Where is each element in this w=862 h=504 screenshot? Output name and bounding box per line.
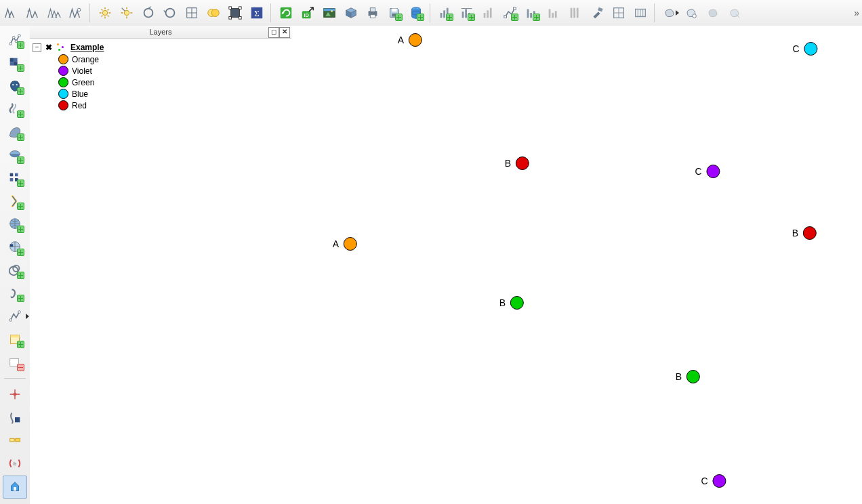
shape-a-icon[interactable]	[659, 3, 680, 23]
map-canvas[interactable]: ACBCBABBC	[291, 26, 862, 504]
expand-collapse-button[interactable]: −	[33, 43, 41, 52]
svg-rect-21	[370, 8, 375, 12]
labeling-tool-icon[interactable]: b	[3, 453, 26, 474]
add-postgis-layer-icon[interactable]	[3, 75, 26, 97]
map-feature[interactable]: A	[398, 33, 422, 47]
remove-layer-icon[interactable]	[3, 352, 26, 373]
filter-c-icon[interactable]	[44, 3, 64, 23]
vertex-tool-icon[interactable]	[3, 383, 26, 405]
dock-panel-button[interactable]: ◻	[268, 27, 279, 38]
circle-tool-2-icon[interactable]	[160, 3, 180, 23]
new-geopackage-layer-icon[interactable]	[3, 329, 26, 350]
save-layer-icon[interactable]	[384, 3, 405, 23]
feature-label: B	[505, 158, 511, 169]
svg-text:Σ: Σ	[254, 9, 259, 18]
chart-4-icon[interactable]	[522, 3, 542, 23]
add-mesh-layer-icon[interactable]	[3, 121, 26, 143]
shape-c-icon[interactable]	[703, 3, 723, 23]
svg-point-54	[18, 35, 21, 37]
map-feature[interactable]: A	[333, 237, 357, 251]
print-icon[interactable]	[363, 3, 383, 23]
map-feature[interactable]: B	[792, 226, 817, 240]
box-blue-icon[interactable]	[341, 3, 361, 23]
close-panel-button[interactable]: ✕	[279, 27, 290, 38]
map-feature[interactable]: C	[701, 474, 726, 488]
new-vector-layer-icon[interactable]	[3, 306, 26, 327]
feature-point-icon	[510, 296, 524, 310]
chart-line-icon[interactable]	[500, 3, 520, 23]
filter-b-icon[interactable]	[22, 3, 43, 23]
sun-2-icon[interactable]	[117, 3, 137, 23]
svg-point-0	[77, 8, 81, 12]
layers-tree[interactable]: − ✖ Example OrangeVioletGreenBlueRed	[30, 39, 291, 504]
filter-d-icon[interactable]	[66, 3, 86, 23]
add-spatialite-layer-icon[interactable]	[3, 98, 26, 120]
shape-d-icon[interactable]	[724, 3, 745, 23]
legend-row[interactable]: Blue	[58, 88, 289, 100]
feature-point-icon	[803, 226, 817, 240]
add-vector-layer-icon[interactable]	[3, 29, 26, 51]
legend-row[interactable]: Violet	[58, 65, 289, 77]
tool-b-icon[interactable]	[630, 3, 651, 23]
chart-1-icon[interactable]	[435, 3, 455, 23]
svg-rect-34	[487, 10, 489, 18]
svg-rect-41	[549, 9, 551, 18]
image-layer-icon[interactable]	[319, 3, 340, 23]
svg-rect-55	[10, 58, 14, 62]
refresh-green-icon[interactable]	[276, 3, 296, 23]
add-wcs-layer-icon[interactable]	[3, 236, 26, 258]
legend-row[interactable]: Orange	[58, 54, 289, 65]
add-virtual-layer-icon[interactable]	[3, 259, 26, 281]
svg-rect-7	[231, 9, 240, 18]
box-handles-icon[interactable]	[225, 3, 245, 23]
topology-tool-icon[interactable]	[3, 429, 26, 451]
layer-root-row[interactable]: − ✖ Example	[33, 43, 289, 52]
layer-visibility-checkbox[interactable]: ✖	[44, 43, 53, 52]
legend-swatch	[58, 66, 68, 76]
add-delimited-text-layer-icon[interactable]	[3, 282, 26, 304]
add-wfs-layer-icon[interactable]	[3, 213, 26, 235]
add-raster-layer-icon[interactable]	[3, 52, 26, 74]
legend-row[interactable]: Green	[58, 77, 289, 88]
add-expression-layer-icon[interactable]	[3, 190, 26, 212]
filter-a-icon[interactable]	[1, 3, 21, 23]
layer-name[interactable]: Example	[70, 43, 104, 52]
legend-row[interactable]: Red	[58, 100, 289, 111]
id-arrow-icon[interactable]: ID	[297, 3, 318, 23]
feature-label: B	[499, 297, 506, 308]
svg-rect-42	[552, 13, 554, 18]
map-feature[interactable]: B	[676, 370, 700, 383]
chart-3-icon[interactable]	[478, 3, 499, 23]
database-icon[interactable]	[406, 3, 426, 23]
svg-rect-36	[504, 16, 507, 18]
grid-icon[interactable]	[182, 3, 202, 23]
svg-rect-81	[14, 487, 16, 491]
chart-5-icon[interactable]	[543, 3, 564, 23]
svg-point-60	[16, 84, 18, 85]
map-feature[interactable]: B	[505, 156, 529, 170]
sun-1-icon[interactable]	[95, 3, 115, 23]
map-feature[interactable]: B	[499, 296, 524, 310]
hammer-icon[interactable]	[587, 3, 607, 23]
map-feature[interactable]: C	[792, 42, 817, 56]
add-pointcloud-layer-icon[interactable]	[3, 167, 26, 189]
legend-label: Orange	[72, 55, 99, 64]
svg-rect-64	[10, 178, 14, 182]
circle-tool-1-icon[interactable]	[138, 3, 159, 23]
toolbar-overflow-button[interactable]: »	[854, 7, 862, 18]
tool-a-icon[interactable]	[609, 3, 629, 23]
chart-2-icon[interactable]	[457, 3, 477, 23]
svg-point-71	[9, 319, 12, 322]
chart-6-icon[interactable]	[565, 3, 586, 23]
node-tool-icon[interactable]	[3, 406, 26, 428]
add-wms-layer-icon[interactable]	[3, 144, 26, 166]
sigma-sum-icon[interactable]: Σ	[247, 3, 267, 23]
map-feature[interactable]: C	[695, 165, 720, 178]
feature-label: A	[398, 35, 404, 45]
svg-rect-62	[10, 173, 14, 177]
diagram-tool-icon[interactable]	[3, 476, 27, 499]
svg-rect-11	[239, 17, 242, 20]
overlap-circles-icon[interactable]	[203, 3, 224, 23]
shape-b-icon[interactable]	[681, 3, 701, 23]
legend-swatch	[58, 89, 68, 99]
